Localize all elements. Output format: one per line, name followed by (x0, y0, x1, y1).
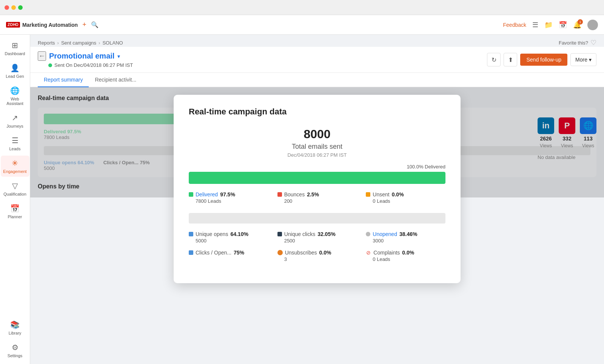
stat-bounces: Bounces 2.5% 200 (277, 191, 357, 204)
unique-opens-color-dot (189, 232, 193, 236)
campaign-title: Promotional email (49, 52, 114, 60)
more-button[interactable]: More ▾ (570, 53, 596, 66)
bounces-sub: 200 (277, 198, 357, 204)
delivered-sub: 7800 Leads (189, 198, 268, 204)
sidebar-item-web-assistant[interactable]: 🌐 Web Assistant (1, 83, 29, 109)
unopened-color-dot (366, 232, 370, 236)
unsent-color-dot (366, 192, 370, 197)
campaign-status-text: Sent On Dec/04/2018 06:27 PM IST (54, 62, 133, 68)
sidebar-item-journeys[interactable]: ↗ Journeys (1, 110, 29, 131)
modal-delivered-label: 100.0% Delivered (189, 164, 445, 170)
settings-icon: ⚙ (12, 343, 18, 352)
unsubscribes-color-dot: ⊖ (277, 250, 283, 255)
clicks-open-label: Clicks / Open... (196, 250, 231, 256)
app-name: Marketing Automation (22, 22, 78, 28)
search-icon[interactable]: 🔍 (91, 21, 99, 28)
complaints-label: Complaints (373, 250, 400, 256)
modal-total-number: 8000 (189, 127, 445, 141)
sidebar-item-leads[interactable]: ☰ Leads (1, 133, 29, 154)
breadcrumb-reports[interactable]: Reports (38, 40, 55, 46)
folder-icon[interactable]: 📁 (544, 21, 553, 29)
sidebar-item-library[interactable]: 📚 Library (1, 317, 29, 338)
unique-opens-sub: 5000 (189, 238, 268, 244)
feedback-link[interactable]: Feedback (503, 22, 526, 28)
send-follow-up-button[interactable]: Send follow-up (520, 54, 567, 66)
back-button[interactable]: ← (38, 51, 46, 61)
bounces-pct: 2.5% (307, 191, 319, 197)
sidebar-item-planner[interactable]: 📅 Planner (1, 201, 29, 222)
modal-overlay[interactable]: Real-time campaign data 8000 Total email… (30, 87, 604, 197)
traffic-lights (5, 5, 23, 10)
unopened-pct: 38.46% (399, 231, 417, 237)
unopened-sub: 3000 (366, 238, 445, 244)
modal-total-label: Total emails sent (189, 143, 445, 151)
calendar-icon[interactable]: 📅 (559, 21, 567, 29)
minimize-button[interactable] (11, 5, 16, 10)
breadcrumb-solano[interactable]: SOLANO (102, 40, 123, 46)
sidebar-label-planner: Planner (8, 214, 22, 219)
breadcrumb-sent-campaigns[interactable]: Sent campaigns (61, 40, 96, 46)
tab-recipient-activity[interactable]: Recipient activit... (89, 73, 142, 87)
stat-delivered-header: Delivered 97.5% (189, 191, 268, 197)
stat-unopened-header: Unopened 38.46% (366, 231, 445, 237)
close-button[interactable] (5, 5, 9, 10)
unique-clicks-sub: 2500 (277, 238, 357, 244)
campaign-dropdown-icon[interactable]: ▾ (117, 53, 120, 59)
user-avatar[interactable] (587, 20, 598, 30)
sidebar-label-library: Library (9, 331, 22, 335)
sidebar-label-engagement: Engagement (3, 169, 26, 174)
share-button[interactable]: ⬆ (504, 53, 517, 66)
list-icon[interactable]: ☰ (532, 21, 538, 29)
stat-clicks-open: Clicks / Open... 75% (189, 250, 268, 262)
campaign-title-section: ← Promotional email ▾ Sent On Dec/04/201… (38, 51, 133, 68)
unique-clicks-pct: 32.05% (317, 231, 335, 237)
unopened-label[interactable]: Unopened (373, 231, 397, 237)
tab-report-summary[interactable]: Report summary (38, 73, 89, 87)
stat-unique-opens: Unique opens 64.10% 5000 (189, 231, 268, 244)
campaign-actions: ↻ ⬆ Send follow-up More ▾ (487, 53, 596, 66)
complaints-color-icon: ⊘ (366, 250, 371, 255)
campaign-status: Sent On Dec/04/2018 06:27 PM IST (38, 62, 133, 68)
app-logo: ZOHO Marketing Automation (6, 22, 78, 28)
stat-unique-clicks: Unique clicks 32.05% 2500 (277, 231, 357, 244)
maximize-button[interactable] (18, 5, 23, 10)
page-content: Real-time campaign data Delivered 97.5% … (30, 87, 604, 197)
add-button[interactable]: + (82, 21, 86, 29)
leads-icon: ☰ (12, 136, 18, 145)
tabs-bar: Report summary Recipient activit... (30, 73, 604, 87)
sidebar: ⊞ Dashboard 👤 Lead Gen 🌐 Web Assistant ↗… (0, 35, 30, 364)
campaign-title-row: ← Promotional email ▾ (38, 51, 133, 61)
unsent-label: Unsent (373, 191, 389, 197)
sidebar-item-qualification[interactable]: ▽ Qualification (1, 178, 29, 199)
delivered-label[interactable]: Delivered (196, 191, 218, 197)
sidebar-item-engagement[interactable]: ✳ Engagement (1, 156, 29, 177)
unique-opens-pct: 64.10% (230, 231, 248, 237)
sidebar-item-lead-gen[interactable]: 👤 Lead Gen (1, 60, 29, 82)
sidebar-label-settings: Settings (8, 353, 23, 358)
clicks-open-color-dot (189, 250, 193, 255)
clicks-open-pct: 75% (234, 250, 244, 256)
refresh-button[interactable]: ↻ (487, 53, 501, 66)
stat-unsubscribes-header: ⊖ Unsubscribes 0.0% (277, 250, 357, 256)
favorite-heart-icon[interactable]: ♡ (590, 39, 596, 47)
modal-total-section: 8000 Total emails sent Dec/04/2018 06:27… (189, 127, 445, 158)
more-chevron-icon: ▾ (589, 57, 592, 63)
sidebar-item-dashboard[interactable]: ⊞ Dashboard (1, 38, 29, 59)
bell-icon[interactable]: 🔔 1 (573, 21, 581, 29)
bounces-color-dot (277, 192, 282, 197)
stat-unique-opens-header: Unique opens 64.10% (189, 231, 268, 237)
top-nav: ZOHO Marketing Automation + 🔍 Feedback ☰… (0, 15, 604, 35)
unique-clicks-label: Unique clicks (284, 231, 315, 237)
breadcrumb: Reports › Sent campaigns › SOLANO (38, 40, 123, 46)
stat-unsent-header: Unsent 0.0% (366, 191, 445, 197)
nav-right: Feedback ☰ 📁 📅 🔔 1 (503, 20, 598, 30)
unsent-sub: 0 Leads (366, 198, 445, 204)
modal-progress-bar-2 (189, 213, 445, 224)
favorite-label: Favorite this? (559, 40, 588, 46)
stat-unopened: Unopened 38.46% 3000 (366, 231, 445, 244)
unsubscribes-label: Unsubscribes (285, 250, 317, 256)
content-header: Reports › Sent campaigns › SOLANO Favori… (30, 35, 604, 47)
sidebar-item-settings[interactable]: ⚙ Settings (1, 340, 29, 361)
stat-clicks-open-header: Clicks / Open... 75% (189, 250, 268, 256)
complaints-pct: 0.0% (402, 250, 414, 256)
